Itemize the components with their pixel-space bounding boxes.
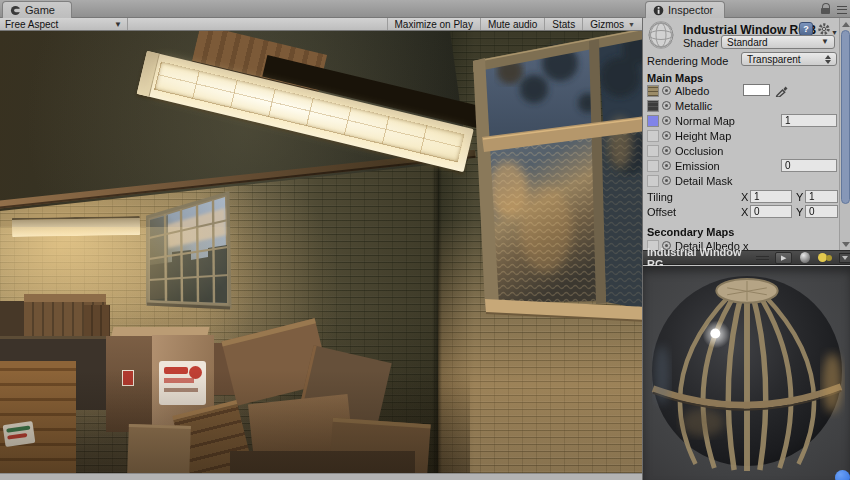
texture-target-icon[interactable] bbox=[662, 86, 671, 95]
map-label-albedo: Albedo bbox=[675, 85, 709, 97]
preview-sphere-toggle-icon[interactable] bbox=[800, 252, 810, 263]
chevron-down-icon: ▼ bbox=[628, 21, 635, 28]
offset-y-field[interactable] bbox=[805, 205, 838, 218]
eyedropper-icon[interactable] bbox=[775, 83, 789, 97]
texture-target-icon[interactable] bbox=[662, 176, 671, 185]
scrollbar-thumb[interactable] bbox=[841, 30, 850, 204]
offset-label: Offset bbox=[647, 205, 676, 218]
map-label-emission: Emission bbox=[675, 160, 720, 172]
mute-audio-label: Mute audio bbox=[488, 19, 537, 30]
material-preview-sphere bbox=[648, 272, 846, 472]
offset-x-label: X bbox=[741, 205, 748, 218]
rendering-mode-value: Transparent bbox=[747, 54, 801, 65]
preview-play-button[interactable]: ▶ bbox=[775, 252, 792, 264]
maximize-on-play-label: Maximize on Play bbox=[395, 19, 473, 30]
texture-target-icon[interactable] bbox=[662, 116, 671, 125]
mute-audio-button[interactable]: Mute audio bbox=[480, 18, 544, 30]
asset-badge-icon bbox=[835, 470, 850, 480]
stats-label: Stats bbox=[552, 19, 575, 30]
scene-wall-light bbox=[12, 216, 140, 237]
tab-game-label: Game bbox=[25, 4, 55, 16]
scene-left-window bbox=[146, 190, 232, 314]
editor-tab-bar: Game Inspector bbox=[0, 0, 850, 18]
material-preview-header[interactable]: Industrial Window RG ▶ bbox=[643, 250, 850, 265]
normal-map-strength-field[interactable] bbox=[781, 114, 837, 127]
detail-mask-thumbnail[interactable] bbox=[647, 175, 659, 187]
tab-game[interactable]: Game bbox=[2, 1, 72, 18]
offset-y-label: Y bbox=[796, 205, 803, 218]
tiling-x-label: X bbox=[741, 190, 748, 203]
lock-icon[interactable] bbox=[821, 3, 831, 15]
drag-handle-icon[interactable] bbox=[756, 256, 769, 260]
game-view-toolbar: Free Aspect ▼ Maximize on Play Mute audi… bbox=[0, 18, 642, 31]
aspect-dropdown[interactable]: Free Aspect ▼ bbox=[0, 18, 128, 30]
gizmos-button[interactable]: Gizmos ▼ bbox=[582, 18, 642, 30]
inspector-icon bbox=[653, 5, 664, 16]
shader-dropdown-value: Standard bbox=[727, 37, 768, 48]
scene-right-window bbox=[438, 31, 642, 331]
material-sphere-icon bbox=[647, 21, 675, 49]
occlusion-thumbnail[interactable] bbox=[647, 145, 659, 157]
scroll-up-icon[interactable] bbox=[842, 22, 850, 27]
maximize-on-play-button[interactable]: Maximize on Play bbox=[387, 18, 480, 30]
gizmos-label: Gizmos bbox=[590, 19, 624, 30]
tiling-y-label: Y bbox=[796, 190, 803, 203]
rendering-mode-dropdown[interactable]: Transparent bbox=[741, 52, 837, 66]
material-preview-area[interactable] bbox=[643, 266, 850, 480]
game-viewport[interactable] bbox=[0, 31, 642, 473]
stats-button[interactable]: Stats bbox=[544, 18, 582, 30]
texture-target-icon[interactable] bbox=[662, 101, 671, 110]
game-view-icon bbox=[10, 5, 21, 16]
main-maps-header: Main Maps bbox=[647, 71, 703, 84]
map-label-detail-mask: Detail Mask bbox=[675, 175, 732, 187]
gear-icon[interactable]: ▼ bbox=[817, 22, 838, 36]
texture-target-icon[interactable] bbox=[662, 161, 671, 170]
texture-target-icon[interactable] bbox=[662, 131, 671, 140]
albedo-color-swatch[interactable] bbox=[743, 84, 770, 96]
map-label-metallic: Metallic bbox=[675, 100, 712, 112]
tiling-label: Tiling bbox=[647, 190, 673, 203]
height-map-thumbnail[interactable] bbox=[647, 130, 659, 142]
emission-thumbnail[interactable] bbox=[647, 160, 659, 172]
tiling-x-field[interactable] bbox=[750, 190, 792, 203]
secondary-maps-header: Secondary Maps bbox=[647, 225, 734, 238]
rendering-mode-label: Rendering Mode bbox=[647, 54, 728, 67]
preview-lighting-toggle-icon[interactable] bbox=[818, 252, 833, 263]
aspect-dropdown-value: Free Aspect bbox=[5, 19, 58, 30]
map-label-normal-map: Normal Map bbox=[675, 115, 735, 127]
scroll-down-icon[interactable] bbox=[842, 242, 850, 247]
shader-dropdown[interactable]: Standard ▼ bbox=[721, 35, 835, 49]
tiling-y-field[interactable] bbox=[805, 190, 838, 203]
chevron-down-icon: ▼ bbox=[821, 38, 829, 46]
albedo-thumbnail[interactable] bbox=[647, 85, 659, 97]
emission-value-field[interactable] bbox=[781, 159, 837, 172]
texture-target-icon[interactable] bbox=[662, 146, 671, 155]
status-bar bbox=[0, 473, 642, 480]
metallic-thumbnail[interactable] bbox=[647, 100, 659, 112]
help-icon[interactable]: ? bbox=[799, 22, 813, 36]
preview-menu-icon[interactable] bbox=[839, 253, 850, 263]
map-label-occlusion: Occlusion bbox=[675, 145, 723, 157]
enum-updown-icon bbox=[825, 55, 831, 64]
unity-editor-window: { "game_panel": { "tab_label": "Game", "… bbox=[0, 0, 850, 480]
inspector-panel: Industrial Window RGB ? ▼ Shader Standar… bbox=[642, 18, 850, 480]
offset-x-field[interactable] bbox=[750, 205, 792, 218]
tab-menu-icon[interactable] bbox=[837, 5, 847, 14]
normal-map-thumbnail[interactable] bbox=[647, 115, 659, 127]
shader-label: Shader bbox=[683, 37, 718, 49]
map-label-height-map: Height Map bbox=[675, 130, 731, 142]
chevron-down-icon: ▼ bbox=[114, 20, 122, 29]
tab-inspector[interactable]: Inspector bbox=[645, 1, 725, 18]
inspector-scrollbar[interactable] bbox=[839, 18, 850, 250]
tab-inspector-label: Inspector bbox=[668, 4, 713, 16]
